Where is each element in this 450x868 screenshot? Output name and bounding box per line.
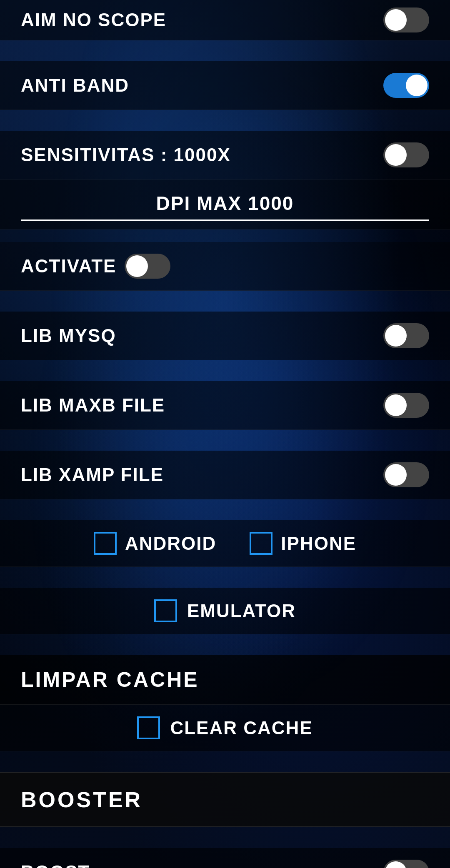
gap-10 [0, 751, 450, 772]
aim-no-scope-label: AIM NO SCOPE [21, 10, 166, 30]
boost-label: BOOST [21, 862, 90, 868]
dpi-underline [21, 219, 429, 221]
clear-cache-checkbox[interactable] [137, 716, 160, 739]
android-label: ANDROID [125, 533, 216, 554]
booster-text: BOOSTER [21, 788, 142, 812]
lib-mysq-label: LIB MYSQ [21, 325, 116, 346]
activate-label: ACTIVATE [21, 256, 116, 277]
activate-row: ACTIVATE [0, 242, 450, 291]
aim-no-scope-row: AIM NO SCOPE [0, 0, 450, 40]
booster-header: BOOSTER [0, 772, 450, 827]
dpi-row: DPI MAX 1000 [0, 180, 450, 229]
activate-toggle[interactable] [125, 254, 170, 279]
android-checkbox[interactable] [94, 532, 117, 555]
sensitivitas-row: SENSITIVITAS : 1000X [0, 131, 450, 180]
emulator-checkbox[interactable] [154, 599, 177, 622]
anti-band-toggle[interactable] [383, 73, 429, 98]
dpi-value: DPI MAX 1000 [21, 192, 429, 215]
anti-band-label: ANTI BAND [21, 75, 129, 96]
gap-9 [0, 634, 450, 655]
aim-no-scope-toggle[interactable] [383, 7, 429, 32]
clear-cache-label: CLEAR CACHE [170, 718, 312, 738]
lib-mysq-row: LIB MYSQ [0, 312, 450, 360]
emulator-label: EMULATOR [187, 601, 296, 621]
gap-5 [0, 360, 450, 381]
boost-row: BOOST [0, 848, 450, 868]
limpar-cache-header: LIMPAR CACHE [0, 655, 450, 705]
gap-11 [0, 827, 450, 848]
sensitivitas-toggle[interactable] [383, 142, 429, 167]
gap-4 [0, 291, 450, 312]
gap-8 [0, 567, 450, 588]
lib-maxb-label: LIB MAXB FILE [21, 395, 165, 416]
lib-maxb-toggle[interactable] [383, 393, 429, 418]
iphone-checkbox[interactable] [250, 532, 272, 555]
limpar-cache-text: LIMPAR CACHE [21, 668, 199, 691]
iphone-label: IPHONE [281, 533, 356, 554]
lib-xamp-label: LIB XAMP FILE [21, 464, 164, 485]
lib-maxb-row: LIB MAXB FILE [0, 381, 450, 430]
lib-xamp-row: LIB XAMP FILE [0, 451, 450, 499]
gap-7 [0, 499, 450, 520]
android-item[interactable]: ANDROID [94, 532, 216, 555]
clear-cache-row: CLEAR CACHE [0, 705, 450, 751]
gap-3 [0, 229, 450, 242]
emulator-row: EMULATOR [0, 588, 450, 634]
gap-2 [0, 110, 450, 131]
sensitivitas-label: SENSITIVITAS : 1000X [21, 145, 231, 165]
gap-6 [0, 430, 450, 451]
device-row: ANDROID IPHONE [0, 520, 450, 567]
iphone-item[interactable]: IPHONE [250, 532, 356, 555]
lib-mysq-toggle[interactable] [383, 323, 429, 348]
boost-toggle[interactable] [383, 860, 429, 868]
anti-band-row: ANTI BAND [0, 61, 450, 110]
gap-1 [0, 40, 450, 61]
lib-xamp-toggle[interactable] [383, 462, 429, 487]
